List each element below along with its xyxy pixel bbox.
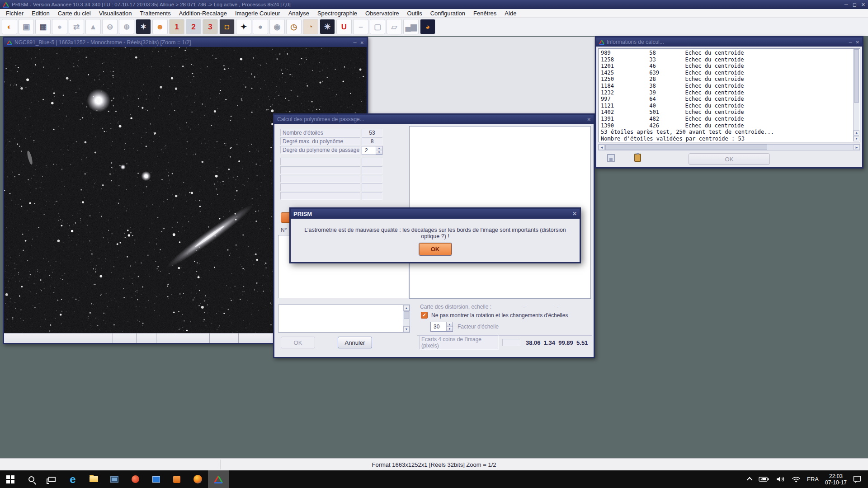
vertical-scrollbar[interactable]: ▲ ▼: [403, 305, 410, 332]
polynomial-dialog-titlebar[interactable]: Calcul des polynômes de passage... ✕: [274, 115, 594, 124]
start-button[interactable]: [0, 470, 21, 488]
menu-item[interactable]: Carte du ciel: [54, 9, 95, 18]
minimize-icon[interactable]: ─: [849, 40, 852, 45]
menu-item[interactable]: Configuration: [426, 9, 469, 18]
search-button[interactable]: [21, 470, 42, 488]
menu-item[interactable]: Addition-Recalage: [175, 9, 231, 18]
menu-item[interactable]: Traitements: [136, 9, 175, 18]
scale-factor-spinner[interactable]: 30 ▲ ▼: [430, 322, 453, 332]
spin-down-icon[interactable]: ▼: [447, 327, 453, 331]
link-disabled-icon[interactable]: –: [353, 19, 368, 34]
spin-down-icon[interactable]: ▼: [376, 150, 382, 155]
clock-icon[interactable]: ◷: [286, 19, 302, 34]
close-icon[interactable]: ✕: [360, 40, 364, 45]
app-red-button[interactable]: [125, 470, 146, 488]
close-icon[interactable]: ✕: [856, 40, 859, 45]
image-window-titlebar[interactable]: NGC891_Blue-5 | 1663x1252 - Monochrome -…: [4, 38, 367, 47]
centroid-log-list[interactable]: 989 58 Echec du centroide 1258 33 Echec …: [598, 48, 860, 142]
scrollbar-thumb[interactable]: [404, 311, 409, 319]
scrollbar-thumb[interactable]: [854, 49, 859, 103]
menu-item[interactable]: Edition: [28, 9, 54, 18]
firefox-button[interactable]: [187, 470, 208, 488]
scroll-right-icon[interactable]: ►: [854, 145, 860, 150]
edge-button[interactable]: e: [62, 470, 83, 488]
focuser-icon[interactable]: ◘: [219, 19, 235, 34]
degree-spinner[interactable]: 2 ▲ ▼: [362, 146, 382, 155]
menu-item[interactable]: Imagerie Couleur: [231, 9, 284, 18]
speaker-icon[interactable]: [776, 476, 785, 483]
app-blue-button[interactable]: [146, 470, 166, 488]
magnet-icon[interactable]: U: [336, 19, 352, 34]
tray-expand-icon[interactable]: [747, 477, 753, 483]
menu-item[interactable]: Visualisation: [95, 9, 136, 18]
scrollbar-thumb[interactable]: [605, 145, 767, 150]
menu-item[interactable]: Spectrographie: [313, 9, 361, 18]
close-icon[interactable]: ✕: [861, 2, 865, 8]
minimize-icon[interactable]: ─: [844, 2, 848, 8]
scroll-down-icon[interactable]: ▼: [854, 136, 859, 141]
scroll-left-icon[interactable]: ◄: [599, 145, 605, 150]
user-icon[interactable]: ☻: [152, 19, 168, 34]
maximize-icon[interactable]: ◻: [853, 2, 857, 8]
zoom-out-icon[interactable]: ⊖: [102, 19, 118, 34]
menu-item[interactable]: Analyse: [284, 9, 313, 18]
save-icon[interactable]: [607, 154, 615, 162]
scroll-down-icon[interactable]: ▼: [403, 326, 410, 332]
drop-icon[interactable]: ●: [253, 19, 268, 34]
menu-item[interactable]: Fichier: [2, 9, 28, 18]
alert-ok-button[interactable]: OK: [419, 243, 452, 255]
prism-taskbar-button[interactable]: [208, 470, 229, 488]
horizontal-scrollbar[interactable]: ◄ ►: [598, 144, 860, 150]
language-indicator[interactable]: FRA: [807, 476, 819, 483]
task-view-button[interactable]: [42, 470, 62, 488]
file-explorer-button[interactable]: [83, 470, 104, 488]
copy-to-clipboard-icon[interactable]: [634, 154, 641, 162]
close-icon[interactable]: ✕: [587, 117, 591, 122]
minimize-icon[interactable]: ─: [354, 40, 357, 45]
menu-item[interactable]: Observatoire: [361, 9, 403, 18]
menu-item[interactable]: Aide: [500, 9, 520, 18]
close-icon[interactable]: ✕: [572, 211, 577, 217]
rotation-checkbox-label: Ne pas montrer la rotation et les change…: [431, 312, 568, 319]
ink-icon[interactable]: ✦: [236, 19, 251, 34]
save-icon[interactable]: ▣: [19, 19, 34, 34]
triangle-icon[interactable]: ▲: [85, 19, 101, 34]
zoom-in-icon[interactable]: ⊕: [119, 19, 134, 34]
comet-field-icon[interactable]: ✳: [320, 19, 335, 34]
wifi-icon[interactable]: [792, 476, 801, 483]
spin-up-icon[interactable]: ▲: [376, 146, 382, 150]
frame-disabled-icon[interactable]: ▱: [387, 19, 402, 34]
histogram-icon[interactable]: ▄▆: [403, 19, 419, 34]
step1-icon[interactable]: 1: [169, 19, 184, 34]
notification-center-icon[interactable]: [853, 475, 862, 483]
deep-sky-icon[interactable]: ✶: [136, 19, 151, 34]
rotation-checkbox[interactable]: ✓: [421, 312, 428, 319]
flip-icon[interactable]: ⇄: [69, 19, 84, 34]
image-status-segment: [177, 333, 209, 343]
info-window-titlebar[interactable]: Informations de calcul... ─ ✕: [596, 38, 862, 47]
notes-area[interactable]: ▲ ▼: [278, 305, 410, 333]
menu-item[interactable]: Fenêtres: [469, 9, 500, 18]
dialog-ok-button[interactable]: OK: [281, 337, 315, 348]
observatory-icon[interactable]: ◕: [420, 19, 435, 34]
image-list-icon[interactable]: ▦: [35, 19, 51, 34]
clock[interactable]: 22:03 07-10-17: [825, 473, 847, 486]
scroll-up-icon[interactable]: ▲: [854, 130, 859, 136]
sphere-icon[interactable]: ●: [52, 19, 67, 34]
spin-up-icon[interactable]: ▲: [447, 322, 453, 327]
vertical-scrollbar[interactable]: ▲ ▼: [853, 49, 859, 141]
step2-icon[interactable]: 2: [186, 19, 201, 34]
step3-icon[interactable]: 3: [203, 19, 218, 34]
alert-titlebar[interactable]: PRISM ✕: [291, 209, 580, 219]
open-image-icon[interactable]: ◐: [2, 19, 17, 34]
cube-disabled-icon[interactable]: ▢: [370, 19, 385, 34]
dialog-cancel-button[interactable]: Annuler: [338, 337, 372, 348]
battery-icon[interactable]: [759, 476, 769, 482]
mesh-sphere-icon[interactable]: ◉: [269, 19, 285, 34]
menu-item[interactable]: Outils: [403, 9, 426, 18]
wrench-clock-icon[interactable]: ◔: [303, 19, 318, 34]
scroll-up-icon[interactable]: ▲: [403, 305, 410, 311]
info-ok-button[interactable]: OK: [689, 153, 770, 165]
app-orange-button[interactable]: [166, 470, 187, 488]
photos-button[interactable]: [104, 470, 125, 488]
